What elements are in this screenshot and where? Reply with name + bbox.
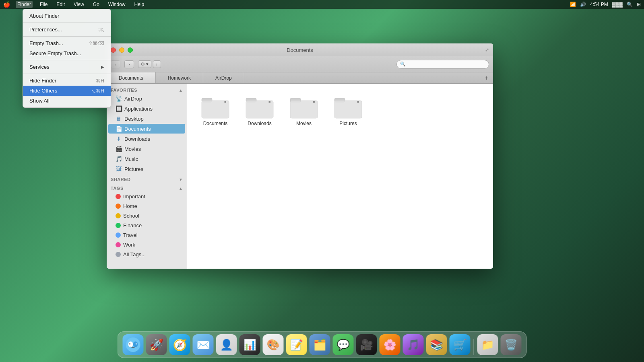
hide-finder-label: Hide Finder	[29, 78, 56, 84]
sidebar-section-favorites: Favorites ▲ 📡 AirDrop 🔲 Applications 🖥 D…	[107, 86, 187, 174]
search-input[interactable]	[407, 62, 485, 67]
music-icon: 🎵	[116, 156, 122, 162]
menu-services[interactable]: Services ▶	[23, 62, 111, 72]
folder-downloads[interactable]: ■ Downloads	[239, 92, 280, 130]
folder-pictures-icon: ■	[334, 95, 363, 119]
home-tag-dot	[116, 204, 121, 209]
sidebar-item-tag-school[interactable]: School	[108, 211, 185, 220]
menu-empty-trash[interactable]: Empty Trash... ⇧⌘⌫	[23, 38, 111, 48]
svg-text:■: ■	[313, 100, 315, 104]
window-expand-button[interactable]: ⤢	[485, 47, 489, 53]
dock-monitor[interactable]: 📊	[239, 334, 260, 355]
menu-separator-2	[23, 36, 111, 37]
hide-others-label: Hide Others	[29, 88, 57, 94]
menu-show-all[interactable]: Show All	[23, 96, 111, 106]
menu-view[interactable]: View	[72, 1, 86, 8]
dock-camera[interactable]: 🎥	[356, 334, 377, 355]
sidebar-item-applications[interactable]: 🔲 Applications	[108, 104, 185, 113]
hide-finder-shortcut: ⌘H	[96, 78, 104, 84]
search-box[interactable]: 🔍	[396, 60, 489, 69]
sidebar-item-tag-travel[interactable]: Travel	[108, 230, 185, 240]
favorites-title: Favorites	[111, 88, 137, 93]
sidebar-item-desktop[interactable]: 🖥 Desktop	[108, 114, 185, 123]
dock-appstore[interactable]: 🛒	[450, 334, 471, 355]
svg-point-20	[136, 343, 137, 345]
sidebar-item-movies[interactable]: 🎬 Movies	[108, 144, 185, 154]
shared-collapse[interactable]: ▼	[179, 177, 183, 182]
add-tab-button[interactable]: +	[482, 73, 491, 83]
dock-rocket[interactable]: 🚀	[146, 334, 167, 355]
apple-menu-icon[interactable]: 🍎	[3, 1, 10, 8]
dock-keynote[interactable]: 🗂️	[310, 334, 330, 355]
folder-movies[interactable]: ■ Movies	[284, 92, 324, 130]
dock-ibooks[interactable]: 📚	[426, 334, 447, 355]
menu-preferences[interactable]: Preferences... ⌘,	[23, 25, 111, 35]
menu-finder[interactable]: Finder	[16, 1, 33, 8]
menu-secure-empty-trash[interactable]: Secure Empty Trash...	[23, 48, 111, 58]
dock-messages[interactable]: 💬	[333, 334, 354, 355]
dock-finder[interactable]	[123, 334, 144, 355]
work-tag-label: Work	[123, 242, 135, 248]
menubar-right: 📶 🔊 4:54 PM ▓▓▓ 🔍 ⊞	[570, 2, 641, 7]
menu-help[interactable]: Help	[133, 1, 146, 8]
wifi-icon[interactable]: 📶	[570, 2, 576, 7]
folder-pictures-label: Pictures	[339, 121, 357, 126]
sidebar-item-tag-finance[interactable]: Finance	[108, 221, 185, 230]
tab-airdrop[interactable]: AirDrop	[203, 72, 244, 83]
sidebar-item-downloads[interactable]: ⬇ Downloads	[108, 134, 185, 144]
close-button[interactable]	[111, 47, 116, 53]
movies-icon: 🎬	[116, 146, 122, 152]
search-menubar-icon[interactable]: 🔍	[627, 2, 633, 7]
svg-point-18	[133, 341, 138, 347]
finance-tag-dot	[116, 223, 121, 228]
favorites-collapse[interactable]: ▲	[179, 88, 183, 93]
dock-contacts[interactable]: 👤	[216, 334, 237, 355]
view-options-button[interactable]: ⚙ ▾	[138, 60, 151, 68]
movies-label: Movies	[124, 146, 141, 152]
sidebar-item-music[interactable]: 🎵 Music	[108, 154, 185, 164]
tab-homework[interactable]: Homework	[156, 72, 203, 83]
dock-photos[interactable]: 🌸	[380, 334, 400, 355]
dock-folder[interactable]: 📁	[477, 334, 498, 355]
menu-about-finder[interactable]: About Finder	[23, 11, 111, 21]
search-icon: 🔍	[400, 62, 406, 67]
tags-collapse[interactable]: ▲	[179, 186, 183, 191]
sidebar-item-tag-important[interactable]: Important	[108, 192, 185, 201]
sidebar-item-pictures[interactable]: 🖼 Pictures	[108, 164, 185, 174]
menu-window[interactable]: Window	[107, 1, 127, 8]
folder-documents-label: Documents	[203, 121, 228, 126]
downloads-icon: ⬇	[116, 136, 122, 142]
forward-button[interactable]: ›	[124, 60, 134, 68]
menu-hide-finder[interactable]: Hide Finder ⌘H	[23, 76, 111, 86]
svg-point-19	[129, 343, 130, 345]
dock-trash[interactable]: 🗑️	[501, 334, 522, 355]
sidebar-section-shared: Shared ▼	[107, 175, 187, 183]
sidebar-item-tag-home[interactable]: Home	[108, 202, 185, 211]
menu-file[interactable]: File	[38, 1, 49, 8]
menu-edit[interactable]: Edit	[55, 1, 66, 8]
share-button[interactable]: ↑	[153, 60, 161, 68]
time-display: 4:54 PM	[590, 2, 608, 7]
dock-notes[interactable]: 📝	[286, 334, 307, 355]
sidebar-item-documents[interactable]: 📄 Documents	[108, 124, 185, 134]
dock-palette[interactable]: 🎨	[263, 334, 284, 355]
sidebar-item-tag-all[interactable]: All Tags...	[108, 250, 185, 259]
finder-titlebar: Documents ⤢	[107, 43, 493, 56]
sidebar-item-tag-work[interactable]: Work	[108, 240, 185, 249]
dock-mail[interactable]: ✉️	[193, 334, 214, 355]
volume-icon[interactable]: 🔊	[580, 2, 586, 7]
tab-documents[interactable]: Documents	[107, 72, 156, 83]
menu-go[interactable]: Go	[91, 1, 101, 8]
back-button[interactable]: ‹	[111, 60, 120, 68]
minimize-button[interactable]	[119, 47, 124, 53]
dock-itunes[interactable]: 🎵	[403, 334, 424, 355]
sidebar-item-airdrop[interactable]: 📡 AirDrop	[108, 94, 185, 103]
maximize-button[interactable]	[128, 47, 133, 53]
important-tag-dot	[116, 194, 121, 199]
grid-icon[interactable]: ⊞	[637, 2, 641, 7]
folder-documents[interactable]: ■ Documents	[195, 92, 235, 130]
menu-hide-others[interactable]: Hide Others ⌥⌘H	[23, 86, 111, 96]
folder-pictures[interactable]: ■ Pictures	[328, 92, 368, 130]
finder-tabs: Documents Homework AirDrop +	[107, 72, 493, 84]
dock-safari[interactable]: 🧭	[169, 334, 190, 355]
